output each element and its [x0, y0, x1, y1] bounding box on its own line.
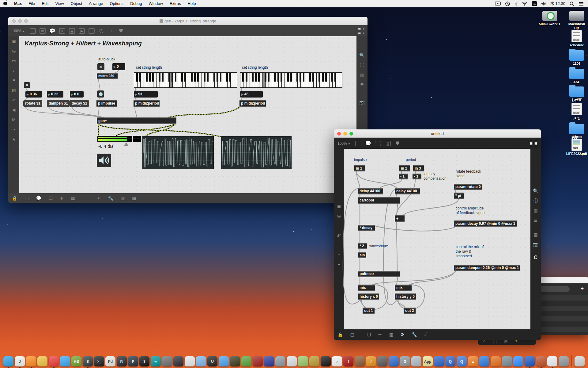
kslider-black-key[interactable]	[204, 73, 205, 82]
kslider-black-key[interactable]	[172, 73, 173, 82]
times2-object[interactable]: * 2	[358, 243, 367, 249]
desktop-icon-お仕事[interactable]: お仕事	[566, 85, 588, 102]
list-icon[interactable]: ≣	[360, 82, 364, 87]
kslider-key[interactable]	[250, 73, 253, 87]
in2-object[interactable]: in 2	[399, 165, 410, 171]
message-tool-icon[interactable]: ▶	[79, 28, 85, 34]
menu-extras[interactable]: Extras	[166, 0, 184, 7]
main-patch-canvas[interactable]	[19, 36, 356, 193]
menu-edit[interactable]: Edit	[38, 0, 52, 7]
panel-tool-icon[interactable]	[355, 141, 361, 146]
comment-tool-icon[interactable]: 💬	[365, 141, 371, 146]
lock-icon[interactable]: 🔒	[12, 196, 17, 201]
desktop-icon-1106[interactable]: 1106	[566, 48, 588, 66]
menu-window[interactable]: Window	[145, 0, 166, 7]
kslider-black-key[interactable]	[296, 73, 298, 82]
dock-icon-radar-app[interactable]	[230, 356, 240, 366]
m-icon[interactable]: M	[12, 117, 16, 122]
refresh-icon[interactable]: ⟳	[401, 332, 404, 337]
dock-icon-keynote[interactable]	[479, 356, 489, 366]
menu-clock[interactable]: 木 12:30	[550, 1, 565, 6]
live-gain-meter[interactable]	[97, 136, 141, 142]
dock-icon-processing[interactable]: 3	[139, 356, 149, 366]
param-rotate-object[interactable]: param rotate 0	[454, 184, 482, 190]
kslider-black-key[interactable]	[194, 73, 196, 82]
main-titlebar[interactable]: gen~.karplus_strong_strange	[8, 17, 368, 25]
dock-icon-midi-keyboard[interactable]	[321, 356, 331, 366]
dock-icon-unity[interactable]: U	[207, 356, 217, 366]
dial-tool-icon[interactable]: ◷	[98, 28, 104, 34]
dial-icon[interactable]: ◔	[13, 127, 15, 132]
in1-object[interactable]: in 1	[354, 165, 365, 171]
background-panel-add-button[interactable]: +	[580, 286, 584, 292]
kslider-black-key[interactable]	[258, 73, 260, 82]
c-button[interactable]: C	[534, 255, 537, 260]
dock-icon-intel-gadget[interactable]	[525, 356, 535, 366]
paint-bucket-icon[interactable]: ⛊	[394, 141, 401, 146]
subpatch-tool-icon[interactable]	[375, 141, 381, 146]
kslider-key[interactable]	[202, 73, 205, 87]
kslider-black-key[interactable]	[318, 73, 320, 82]
zoom-selector[interactable]: 100% ▼	[337, 141, 350, 146]
time-machine-icon[interactable]	[505, 1, 510, 6]
dock-icon-copter-app[interactable]	[196, 356, 206, 366]
circle-icon[interactable]: ◎	[337, 214, 341, 218]
panel-tool-icon[interactable]	[30, 28, 36, 34]
menu-view[interactable]: View	[52, 0, 67, 7]
kslider-black-key[interactable]	[229, 73, 231, 82]
delay-object-2[interactable]: delay 44100	[395, 188, 420, 194]
dock-icon-p-dark[interactable]: P.	[117, 356, 127, 366]
kslider-key[interactable]	[134, 73, 138, 87]
dock-icon-finder[interactable]	[3, 356, 13, 366]
dock-icon-prism-app[interactable]	[241, 356, 251, 366]
kslider-black-key[interactable]	[162, 73, 164, 82]
apple-menu[interactable]	[0, 0, 11, 7]
wrench-icon[interactable]: 🔧	[108, 196, 113, 201]
kslider-key[interactable]	[144, 73, 147, 87]
rotate-number-box[interactable]: ▶0.36	[25, 91, 42, 98]
out2-object[interactable]: out 2	[404, 308, 416, 314]
display-icon[interactable]	[495, 2, 501, 6]
image-icon[interactable]: ▨	[12, 88, 16, 92]
menu-file[interactable]: File	[25, 0, 38, 7]
dock-icon-system-preferences[interactable]	[559, 356, 569, 366]
desktop-icon-500GBwork 1[interactable]: 500GBwork 1	[539, 9, 561, 26]
dock-icon-quicktime[interactable]: Q	[445, 356, 455, 366]
kslider-black-key[interactable]	[274, 73, 276, 82]
kslider-key[interactable]	[307, 73, 310, 87]
kslider-black-key[interactable]	[268, 73, 270, 82]
dock-icon-vivaldi[interactable]	[49, 356, 59, 366]
desktop-icon-Macintosh HD[interactable]: Macintosh HD	[566, 9, 588, 31]
menu-options[interactable]: Options	[106, 0, 127, 7]
kslider-black-key[interactable]	[325, 73, 327, 82]
cords-icon[interactable]: ☄	[424, 332, 428, 337]
desktop-icon-schedule[interactable]: schedule	[566, 30, 588, 48]
bluetooth-icon[interactable]	[514, 2, 518, 6]
kslider-black-key[interactable]	[322, 73, 324, 82]
toggle-tool-icon[interactable]: ×	[59, 28, 65, 34]
dock-icon-firefox[interactable]	[26, 356, 36, 366]
circle-icon[interactable]: ◎	[12, 49, 16, 53]
kslider-black-key[interactable]	[213, 73, 215, 82]
kslider-key[interactable]	[272, 73, 275, 87]
dock-icon-puredata[interactable]: Pd	[105, 356, 115, 366]
rotate-message[interactable]: rotate $1	[23, 100, 42, 107]
button-tool-icon[interactable]: ◉	[69, 28, 75, 34]
star-icon[interactable]: ★	[12, 137, 16, 141]
dock-icon-quicktime-alt[interactable]: Q	[457, 356, 467, 366]
kslider-black-key[interactable]	[255, 73, 257, 82]
kslider-black-key[interactable]	[220, 73, 222, 82]
object-tool-icon[interactable]: m	[40, 28, 46, 34]
dock-icon-gold-gauge[interactable]	[309, 356, 319, 366]
spotlight-icon[interactable]	[570, 2, 574, 6]
speaker-tab-icon[interactable]: ▭	[12, 59, 16, 63]
in3-object[interactable]: in 3	[413, 165, 424, 171]
paperclip-icon[interactable]: 🖇	[337, 233, 341, 237]
menu-object[interactable]: Object	[67, 0, 86, 7]
note-icon[interactable]: ♪	[13, 68, 15, 73]
minus1-object-a[interactable]: - 1	[399, 174, 408, 179]
kslider-black-key[interactable]	[197, 73, 199, 82]
dampen-number-box[interactable]: ▶0.22	[47, 91, 63, 98]
menu-max[interactable]: Max	[11, 0, 25, 7]
menu-help[interactable]: Help	[184, 0, 199, 7]
